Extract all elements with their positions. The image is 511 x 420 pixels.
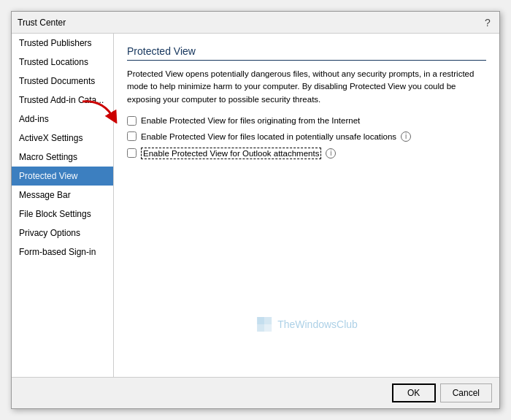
dialog-footer: OK Cancel [12, 377, 499, 408]
sidebar-item-file-block[interactable]: File Block Settings [12, 205, 113, 224]
help-button[interactable]: ? [482, 17, 493, 28]
trust-center-dialog: Trust Center ? Trusted PublishersTrusted… [11, 11, 500, 409]
checkbox-row-outlook: Enable Protected View for Outlook attach… [127, 148, 486, 159]
title-bar: Trust Center ? [12, 12, 499, 34]
checkbox-internet[interactable] [127, 116, 137, 126]
checkbox-row-unsafe: Enable Protected View for files located … [127, 131, 486, 142]
checkbox-outlook[interactable] [127, 148, 137, 158]
info-icon-outlook[interactable]: i [326, 148, 336, 159]
checkbox-unsafe-label: Enable Protected View for files located … [141, 132, 396, 141]
checkbox-internet-label: Enable Protected View for files originat… [141, 116, 360, 125]
description-text: Protected View opens potentially dangero… [127, 68, 486, 106]
svg-rect-2 [257, 324, 264, 332]
watermark-text: TheWindowsClub [277, 318, 358, 330]
sidebar-item-message-bar[interactable]: Message Bar [12, 186, 113, 205]
checkbox-row-internet: Enable Protected View for files originat… [127, 116, 486, 126]
sidebar-item-protected-view[interactable]: Protected View [12, 167, 113, 186]
sidebar-item-macro[interactable]: Macro Settings [12, 148, 113, 167]
sidebar-item-activex[interactable]: ActiveX Settings [12, 129, 113, 148]
sidebar-item-privacy-options[interactable]: Privacy Options [12, 224, 113, 243]
dialog-body: Trusted PublishersTrusted LocationsTrust… [12, 34, 499, 377]
sidebar-item-trusted-publishers[interactable]: Trusted Publishers [12, 34, 113, 53]
sidebar-item-trusted-documents[interactable]: Trusted Documents [12, 72, 113, 91]
cancel-button[interactable]: Cancel [440, 383, 492, 402]
dialog-title: Trust Center [18, 18, 66, 28]
info-icon-unsafe[interactable]: i [401, 131, 411, 142]
watermark: TheWindowsClub [256, 316, 358, 333]
main-content: Protected View Protected View opens pote… [114, 34, 499, 377]
checkbox-outlook-label: Enable Protected View for Outlook attach… [141, 148, 321, 159]
watermark-icon [256, 316, 273, 333]
sidebar: Trusted PublishersTrusted LocationsTrust… [12, 34, 114, 377]
sidebar-item-trusted-addin[interactable]: Trusted Add-in Cata... [12, 91, 113, 110]
ok-button[interactable]: OK [392, 383, 436, 402]
checkbox-unsafe[interactable] [127, 131, 137, 141]
sidebar-item-trusted-locations[interactable]: Trusted Locations [12, 53, 113, 72]
svg-rect-0 [257, 317, 264, 324]
svg-rect-1 [264, 317, 272, 324]
sidebar-item-form-signin[interactable]: Form-based Sign-in [12, 243, 113, 261]
section-title: Protected View [127, 45, 486, 61]
title-bar-controls: ? [482, 17, 493, 28]
sidebar-item-addins[interactable]: Add-ins [12, 110, 113, 129]
svg-rect-3 [264, 324, 272, 332]
